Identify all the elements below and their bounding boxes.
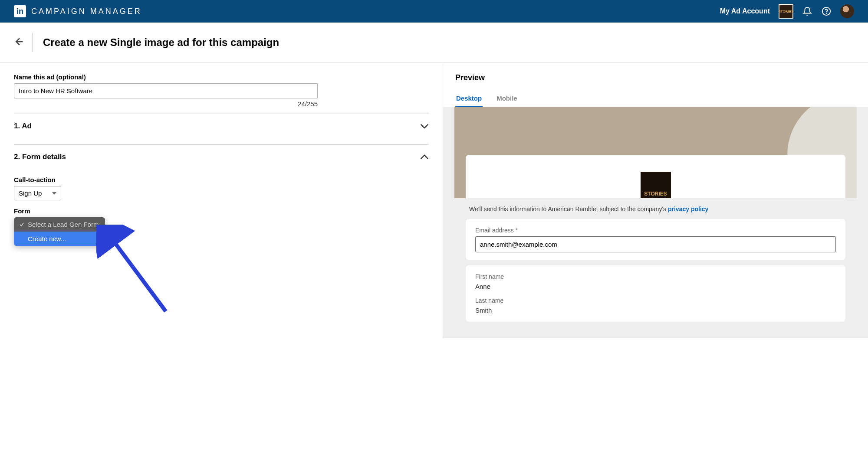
email-label: Email address * <box>475 227 836 234</box>
preview-heading: Preview <box>455 73 856 82</box>
name-card: First name Anne Last name Smith <box>466 265 845 322</box>
bell-icon[interactable] <box>802 6 812 16</box>
page-title: Create a new Single image ad for this ca… <box>43 36 279 49</box>
caret-down-icon <box>52 192 56 195</box>
cta-label: Call-to-action <box>14 176 429 183</box>
svg-point-1 <box>826 13 827 13</box>
form-select-label: Form <box>14 207 429 215</box>
accordion-ad-title: 1. Ad <box>14 122 32 131</box>
first-name-value: Anne <box>475 283 836 290</box>
dropdown-option-create-new[interactable]: Create new... <box>14 232 105 246</box>
accordion-form-title: 2. Form details <box>14 153 66 161</box>
char-counter: 24/255 <box>14 100 318 108</box>
tab-mobile[interactable]: Mobile <box>496 90 518 107</box>
first-name-label: First name <box>475 273 836 280</box>
email-input[interactable] <box>475 236 836 252</box>
ad-name-label: Name this ad (optional) <box>14 73 429 81</box>
last-name-label: Last name <box>475 297 836 304</box>
ad-name-input[interactable] <box>14 83 318 98</box>
privacy-disclosure: We'll send this information to American … <box>454 198 857 219</box>
back-arrow-icon[interactable] <box>14 34 32 51</box>
brand-title: CAMPAIGN MANAGER <box>31 7 142 16</box>
linkedin-logo[interactable]: in <box>14 5 26 17</box>
last-name-value: Smith <box>475 307 836 314</box>
check-icon <box>19 222 24 227</box>
top-navbar: in CAMPAIGN MANAGER My Ad Account STORIE… <box>0 0 868 23</box>
chevron-down-icon <box>420 124 429 129</box>
divider <box>32 33 33 52</box>
tab-desktop[interactable]: Desktop <box>455 90 483 107</box>
privacy-policy-link[interactable]: privacy policy <box>668 206 708 212</box>
page-header: Create a new Single image ad for this ca… <box>0 23 868 63</box>
accordion-ad[interactable]: 1. Ad <box>14 114 429 138</box>
dropdown-option-placeholder[interactable]: Select a Lead Gen Form <box>14 217 105 232</box>
preview-tabs: Desktop Mobile <box>455 90 856 107</box>
email-card: Email address * <box>466 219 845 260</box>
account-logo-thumb[interactable]: STORIES <box>779 4 793 19</box>
form-panel: Name this ad (optional) 24/255 1. Ad 2. … <box>0 63 443 338</box>
user-avatar[interactable] <box>840 4 854 18</box>
help-icon[interactable] <box>821 6 832 16</box>
account-name[interactable]: My Ad Account <box>720 7 770 15</box>
chevron-up-icon <box>420 154 429 160</box>
svg-line-2 <box>109 235 166 311</box>
cta-select[interactable]: Sign Up <box>14 186 61 200</box>
preview-banner: STORIES <box>454 107 857 198</box>
company-logo: STORIES <box>639 170 672 198</box>
preview-panel: Preview Desktop Mobile STORIES We'll sen… <box>443 63 868 338</box>
annotation-arrow <box>96 225 174 320</box>
cta-value: Sign Up <box>19 189 42 197</box>
accordion-form-details[interactable]: 2. Form details <box>14 144 429 169</box>
form-dropdown[interactable]: Select a Lead Gen Form Create new... <box>14 217 105 246</box>
preview-canvas: STORIES We'll send this information to A… <box>454 107 857 322</box>
